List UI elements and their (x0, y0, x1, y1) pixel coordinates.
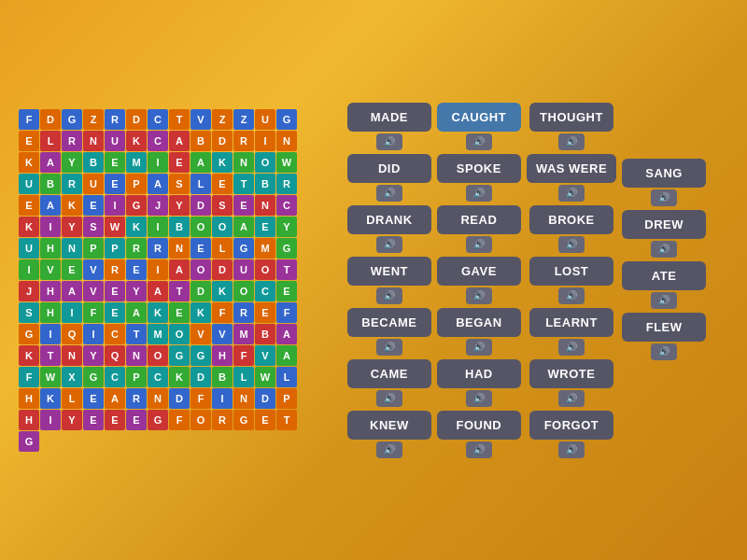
grid-cell[interactable]: R (62, 131, 82, 151)
word-button-drank[interactable]: DRANK (347, 205, 431, 234)
grid-cell[interactable]: G (190, 345, 211, 366)
grid-cell[interactable]: N (148, 388, 168, 409)
word-button-flew[interactable]: FLEW (622, 313, 706, 342)
word-button-sang[interactable]: SANG (622, 159, 706, 188)
grid-cell[interactable]: L (276, 367, 297, 387)
grid-cell[interactable]: D (190, 195, 211, 216)
word-button-did[interactable]: DID (347, 154, 431, 183)
grid-cell[interactable]: B (169, 217, 190, 237)
grid-cell[interactable]: T (126, 324, 147, 344)
grid-cell[interactable]: O (190, 410, 211, 430)
grid-cell[interactable]: C (276, 195, 297, 216)
sound-button-learnt[interactable]: 🔊 (558, 339, 585, 356)
grid-cell[interactable]: N (276, 131, 297, 151)
grid-cell[interactable]: N (126, 345, 147, 366)
grid-cell[interactable]: E (255, 217, 275, 237)
grid-cell[interactable]: D (126, 109, 147, 130)
grid-cell[interactable]: A (148, 281, 168, 301)
grid-cell[interactable]: K (126, 131, 147, 151)
grid-cell[interactable]: W (276, 152, 297, 173)
grid-cell[interactable]: I (105, 195, 125, 216)
grid-cell[interactable]: W (105, 217, 125, 237)
grid-cell[interactable]: F (276, 302, 297, 323)
grid-cell[interactable]: N (255, 195, 275, 216)
grid-cell[interactable]: E (105, 302, 125, 323)
grid-cell[interactable]: E (105, 410, 125, 430)
grid-cell[interactable]: T (233, 174, 254, 194)
grid-cell[interactable]: R (105, 109, 125, 130)
grid-cell[interactable]: I (148, 259, 168, 280)
grid-cell[interactable]: E (83, 388, 104, 409)
grid-cell[interactable]: A (233, 217, 254, 237)
grid-cell[interactable]: E (276, 281, 297, 301)
grid-cell[interactable]: R (62, 174, 82, 194)
grid-cell[interactable]: G (148, 410, 168, 430)
word-button-wrote[interactable]: WROTE (529, 359, 613, 388)
grid-cell[interactable]: A (169, 131, 190, 151)
grid-cell[interactable]: K (19, 345, 39, 366)
grid-cell[interactable]: G (233, 238, 254, 259)
sound-button-sang[interactable]: 🔊 (651, 189, 677, 206)
grid-cell[interactable]: E (233, 195, 254, 216)
grid-cell[interactable]: E (126, 259, 147, 280)
grid-cell[interactable]: C (148, 131, 168, 151)
grid-cell[interactable]: W (255, 367, 275, 387)
sound-button-thought[interactable]: 🔊 (558, 133, 585, 150)
grid-cell[interactable]: J (148, 195, 168, 216)
grid-cell[interactable]: P (126, 174, 147, 194)
sound-button-drank[interactable]: 🔊 (376, 236, 402, 253)
grid-cell[interactable]: H (19, 388, 39, 409)
grid-cell[interactable]: K (190, 302, 211, 323)
grid-cell[interactable]: L (62, 388, 82, 409)
grid-cell[interactable]: Q (62, 324, 82, 344)
grid-cell[interactable]: S (83, 217, 104, 237)
sound-button-spoke[interactable]: 🔊 (466, 185, 492, 202)
grid-cell[interactable]: I (40, 410, 61, 430)
grid-cell[interactable]: B (255, 174, 275, 194)
grid-cell[interactable]: K (126, 217, 147, 237)
grid-cell[interactable]: E (105, 174, 125, 194)
grid-cell[interactable]: G (276, 109, 297, 130)
grid-cell[interactable]: K (169, 367, 190, 387)
word-button-came[interactable]: CAME (347, 359, 431, 388)
grid-cell[interactable]: U (233, 259, 254, 280)
grid-cell[interactable]: E (169, 152, 190, 173)
grid-cell[interactable]: K (19, 217, 39, 237)
grid-cell[interactable]: K (212, 281, 233, 301)
grid-cell[interactable]: O (212, 217, 233, 237)
grid-cell[interactable]: A (169, 259, 190, 280)
grid-cell[interactable]: C (105, 324, 125, 344)
grid-cell[interactable]: I (19, 259, 39, 280)
grid-cell[interactable]: G (276, 238, 297, 259)
grid-cell[interactable]: A (62, 281, 82, 301)
grid-cell[interactable]: F (190, 388, 211, 409)
word-button-went[interactable]: WENT (347, 257, 431, 286)
grid-cell[interactable]: F (233, 345, 254, 366)
grid-cell[interactable]: R (276, 174, 297, 194)
grid-cell[interactable]: D (212, 131, 233, 151)
grid-cell[interactable]: H (40, 281, 61, 301)
word-button-thought[interactable]: THOUGHT (529, 103, 613, 132)
grid-cell[interactable]: O (190, 259, 211, 280)
grid-cell[interactable]: I (83, 324, 104, 344)
grid-cell[interactable]: E (83, 195, 104, 216)
grid-cell[interactable]: G (126, 195, 147, 216)
grid-cell[interactable]: I (255, 131, 275, 151)
grid-cell[interactable]: U (19, 238, 39, 259)
grid-cell[interactable]: H (19, 410, 39, 430)
grid-cell[interactable]: V (190, 109, 211, 130)
grid-cell[interactable]: V (212, 324, 233, 344)
grid-cell[interactable]: E (62, 259, 82, 280)
grid-cell[interactable]: B (190, 131, 211, 151)
grid-cell[interactable]: S (19, 302, 39, 323)
grid-cell[interactable]: K (148, 302, 168, 323)
grid-cell[interactable]: U (19, 174, 39, 194)
grid-cell[interactable]: X (62, 367, 82, 387)
grid-cell[interactable]: U (83, 174, 104, 194)
grid-cell[interactable]: I (148, 152, 168, 173)
sound-button-read[interactable]: 🔊 (466, 236, 492, 253)
grid-cell[interactable]: Y (83, 345, 104, 366)
word-button-knew[interactable]: KNEW (347, 411, 431, 440)
grid-cell[interactable]: O (255, 259, 275, 280)
grid-cell[interactable]: T (169, 109, 190, 130)
